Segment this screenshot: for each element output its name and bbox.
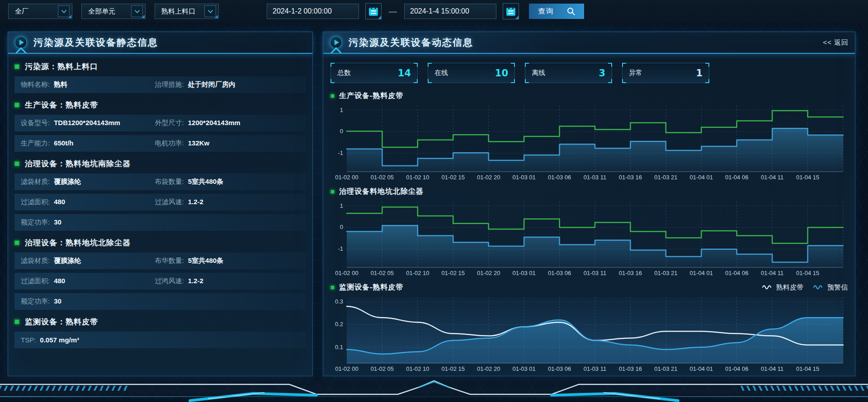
start-date-input[interactable]: 2024-1-2 00:00:00 xyxy=(267,4,359,19)
field-pair: 治理措施:处于封闭厂房内 xyxy=(155,80,236,89)
field-pair: 布袋数量:5室共480条 xyxy=(155,178,224,186)
corner-bracket xyxy=(428,63,432,67)
chart-plot: 10-101-02 0001-02 0501-02 1001-02 1501-0… xyxy=(330,198,849,278)
stat-card-1: 总数14 xyxy=(330,63,418,83)
stat-value: 1 xyxy=(696,68,703,79)
date-range-separator: — xyxy=(389,7,397,16)
field-label: 电机功率: xyxy=(155,139,184,148)
svg-text:01-04 01: 01-04 01 xyxy=(690,270,713,276)
field-value: 650t/h xyxy=(54,139,73,147)
chevron-down-icon[interactable] xyxy=(131,5,143,17)
dynamic-info-body: 总数14在线10离线3异常1 生产设备-熟料皮带10-101-02 0001-0… xyxy=(323,54,855,374)
table-row: 滤袋材质:覆膜涤纶布华数量:5室共480条 xyxy=(14,252,306,269)
query-button[interactable]: 查询 xyxy=(529,4,584,19)
svg-text:01-04 15: 01-04 15 xyxy=(796,365,819,372)
svg-text:01-02 00: 01-02 00 xyxy=(335,174,358,181)
field-label: 过滤风速: xyxy=(155,198,184,206)
filter-select-value: 全厂 xyxy=(15,7,28,16)
chart-header: 治理设备料地坑北除尘器 xyxy=(330,185,848,198)
footer-tech-lines xyxy=(0,376,868,402)
filter-select-value: 熟料上料口 xyxy=(161,7,195,16)
svg-text:01-03 06: 01-03 06 xyxy=(548,365,571,372)
chart-block-2: 治理设备料地坑北除尘器10-101-02 0001-02 0501-02 100… xyxy=(330,185,848,278)
svg-text:01-04 11: 01-04 11 xyxy=(761,270,783,276)
toolbar-filter-group: 全厂全部单元熟料上料口 xyxy=(8,4,219,19)
svg-text:01-04 15: 01-04 15 xyxy=(796,270,819,276)
field-label: 滤袋材质: xyxy=(21,178,50,186)
table-row: 过滤面积:480过滤风速:1.2-2 xyxy=(14,194,306,210)
field-value: 覆膜涤纶 xyxy=(54,178,81,186)
field-label: 额定功率: xyxy=(21,218,50,227)
back-link[interactable]: << 返回 xyxy=(823,38,849,47)
svg-text:01-04 06: 01-04 06 xyxy=(725,174,748,181)
end-date-value: 2024-1-4 15:00:00 xyxy=(410,7,469,15)
end-date-calendar-button[interactable] xyxy=(503,3,519,19)
field-value: TDB1200*204143mm xyxy=(54,119,120,126)
svg-text:01-04 06: 01-04 06 xyxy=(725,365,748,372)
green-square-icon xyxy=(14,103,19,108)
filter-select-3[interactable]: 熟料上料口 xyxy=(155,4,219,19)
chart-header: 生产设备-熟料皮带 xyxy=(330,89,848,102)
end-date-input[interactable]: 2024-1-4 15:00:00 xyxy=(404,4,496,19)
footer-hatch-left xyxy=(0,386,129,391)
svg-text:01-02 15: 01-02 15 xyxy=(442,174,465,181)
table-row: 物料名称:熟料治理措施:处于封闭厂房内 xyxy=(14,76,306,93)
field-value: 1200*204143mm xyxy=(188,119,241,126)
field-label: 布袋数量: xyxy=(155,178,184,186)
svg-text:01-03 16: 01-03 16 xyxy=(619,270,642,276)
chart-legend: 熟料皮带预警信 xyxy=(762,283,848,292)
svg-text:01-02 15: 01-02 15 xyxy=(442,365,465,372)
svg-text:01-03 01: 01-03 01 xyxy=(512,174,535,181)
calendar-icon xyxy=(368,6,379,17)
field-label: 设备型号: xyxy=(21,119,50,127)
corner-bracket xyxy=(622,79,626,83)
field-value: 1.2-2 xyxy=(188,198,203,206)
chart-title: 监测设备-熟料皮带 xyxy=(339,283,403,292)
start-date-value: 2024-1-2 00:00:00 xyxy=(273,7,332,15)
svg-text:01-02 15: 01-02 15 xyxy=(442,270,465,276)
svg-text:01-04 11: 01-04 11 xyxy=(761,174,783,181)
svg-text:0: 0 xyxy=(340,128,343,135)
date-range-group: 2024-1-2 00:00:00 — 2024-1-4 15:00:00 xyxy=(267,3,519,19)
svg-text:01-02 05: 01-02 05 xyxy=(371,270,394,276)
stat-value: 10 xyxy=(495,68,508,79)
section-title: 生产设备：熟料皮带 xyxy=(14,97,306,113)
corner-bracket xyxy=(414,63,418,67)
chart-header: 监测设备-熟料皮带熟料皮带预警信 xyxy=(330,281,848,294)
field-value: 5室共480条 xyxy=(188,178,223,186)
filter-select-1[interactable]: 全厂 xyxy=(8,4,72,19)
legend-label: 预警信 xyxy=(827,283,848,292)
field-pair: 过滤面积:480 xyxy=(21,277,155,285)
svg-text:01-03 01: 01-03 01 xyxy=(512,270,535,276)
corner-bracket xyxy=(608,79,612,83)
section-title: 治理设备：熟料地坑北除尘器 xyxy=(14,234,306,251)
chevron-down-icon[interactable] xyxy=(204,5,216,17)
field-label: 物料名称: xyxy=(21,80,50,89)
corner-bracket xyxy=(608,63,612,67)
chevron-down-icon[interactable] xyxy=(58,5,70,17)
field-pair: 电机功率:132Kw xyxy=(155,139,210,148)
svg-text:01-02 10: 01-02 10 xyxy=(406,174,429,181)
table-row: 设备型号:TDB1200*204143mm外型尺寸:1200*204143mm xyxy=(14,115,306,131)
svg-text:01-03 11: 01-03 11 xyxy=(584,270,606,276)
static-info-body: 污染源：熟料上料口物料名称:熟料治理措施:处于封闭厂房内生产设备：熟料皮带设备型… xyxy=(8,54,312,356)
corner-bracket xyxy=(330,63,335,67)
field-pair: 滤袋材质:覆膜涤纶 xyxy=(21,257,155,265)
field-label: 额定功率: xyxy=(21,297,50,306)
svg-text:-1: -1 xyxy=(338,245,343,252)
svg-text:01-03 21: 01-03 21 xyxy=(654,365,677,372)
svg-text:01-03 06: 01-03 06 xyxy=(548,174,571,181)
field-pair: 额定功率:30 xyxy=(21,218,155,227)
calendar-icon xyxy=(505,6,516,17)
field-label: 滤袋材质: xyxy=(21,257,50,265)
play-icon xyxy=(330,36,342,49)
svg-text:01-02 05: 01-02 05 xyxy=(371,174,394,181)
legend-item[interactable]: 预警信 xyxy=(813,283,848,292)
legend-item[interactable]: 熟料皮带 xyxy=(762,283,803,292)
field-value: 132Kw xyxy=(188,139,210,147)
filter-select-2[interactable]: 全部单元 xyxy=(81,4,146,19)
stat-value: 3 xyxy=(599,68,605,79)
wave-icon xyxy=(762,283,773,291)
field-label: 外型尺寸: xyxy=(155,119,184,127)
start-date-calendar-button[interactable] xyxy=(365,3,382,19)
